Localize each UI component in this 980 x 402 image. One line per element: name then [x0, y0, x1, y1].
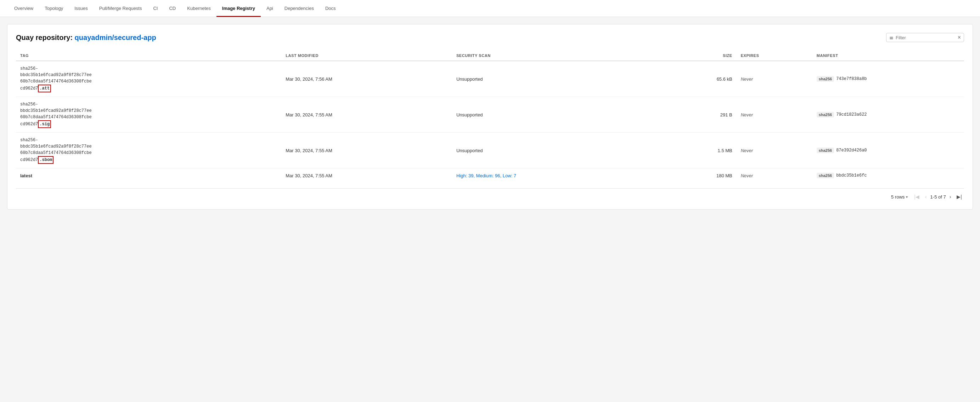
nav-item-api[interactable]: Api: [261, 0, 279, 17]
manifest-badge: sha256: [817, 112, 834, 117]
size-cell: 1.5 MB: [661, 133, 737, 168]
manifest-badge: sha256: [817, 147, 834, 153]
manifest-hash: bbdc35b1e6fc: [836, 173, 867, 178]
prev-page-button[interactable]: ‹: [923, 193, 929, 201]
top-navigation: OverviewTopologyIssuesPull/Merge Request…: [0, 0, 980, 17]
tag-text: latest: [20, 173, 277, 178]
filter-container: ≣ ×: [886, 33, 964, 42]
main-content: Quay repository: quayadmin/secured-app ≣…: [0, 17, 980, 217]
table-row: latestMar 30, 2024, 7:55 AMHigh: 39, Med…: [16, 168, 964, 183]
expires-cell: Never: [737, 133, 812, 168]
security-scan-cell[interactable]: High: 39, Medium: 96, Low: 7: [452, 168, 661, 183]
col-header-tag: TAG: [16, 51, 281, 61]
last-modified-cell: Mar 30, 2024, 7:56 AM: [281, 61, 452, 97]
filter-icon: ≣: [889, 35, 894, 40]
expires-cell: Never: [737, 61, 812, 97]
nav-item-topology[interactable]: Topology: [39, 0, 69, 17]
page-info: 1-5 of 7: [931, 194, 946, 199]
rows-label-text: 5 rows: [891, 194, 905, 199]
card-header: Quay repository: quayadmin/secured-app ≣…: [16, 33, 964, 42]
security-scan-cell: Unsupported: [452, 61, 661, 97]
nav-item-issues[interactable]: Issues: [69, 0, 94, 17]
last-modified-cell: Mar 30, 2024, 7:55 AM: [281, 133, 452, 168]
manifest-hash: 87e392d426a0: [836, 148, 867, 153]
table-row: sha256-bbdc35b1e6fcad92a9f8f28c77ee60b7c…: [16, 61, 964, 97]
security-scan-cell: Unsupported: [452, 97, 661, 133]
manifest-cell: sha25679cd1823a622: [812, 97, 964, 133]
size-cell: 180 MB: [661, 168, 737, 183]
nav-item-image-registry[interactable]: Image Registry: [216, 0, 261, 17]
nav-item-dependencies[interactable]: Dependencies: [279, 0, 320, 17]
main-card: Quay repository: quayadmin/secured-app ≣…: [7, 24, 973, 209]
col-header-manifest: MANIFEST: [812, 51, 964, 61]
size-cell: 291 B: [661, 97, 737, 133]
security-scan-link[interactable]: High: 39, Medium: 96, Low: 7: [457, 173, 516, 178]
nav-item-overview[interactable]: Overview: [8, 0, 39, 17]
table-footer: 5 rows ▾ |◀ ‹ 1-5 of 7 › ▶|: [16, 188, 964, 201]
next-page-button[interactable]: ›: [947, 193, 953, 201]
tag-suffix-badge: .sig: [38, 120, 51, 128]
col-header-security: SECURITY SCAN: [452, 51, 661, 61]
rows-per-page[interactable]: 5 rows ▾: [891, 194, 908, 199]
repo-title: Quay repository: quayadmin/secured-app: [16, 33, 156, 42]
nav-item-ci[interactable]: CI: [147, 0, 163, 17]
manifest-badge: sha256: [817, 76, 834, 82]
last-modified-cell: Mar 30, 2024, 7:55 AM: [281, 168, 452, 183]
tag-text: sha256-bbdc35b1e6fcad92a9f8f28c77ee60b7c…: [20, 65, 277, 92]
nav-item-docs[interactable]: Docs: [320, 0, 342, 17]
tag-cell: sha256-bbdc35b1e6fcad92a9f8f28c77ee60b7c…: [16, 133, 281, 168]
table-row: sha256-bbdc35b1e6fcad92a9f8f28c77ee60b7c…: [16, 97, 964, 133]
last-page-button[interactable]: ▶|: [955, 193, 964, 201]
image-registry-table: TAG LAST MODIFIED SECURITY SCAN SIZE EXP…: [16, 51, 964, 183]
nav-item-cd[interactable]: CD: [163, 0, 181, 17]
tag-suffix-badge: .sbom: [38, 156, 54, 164]
col-header-expires: EXPIRES: [737, 51, 812, 61]
tag-cell: latest: [16, 168, 281, 183]
nav-item-pull-merge[interactable]: Pull/Merge Requests: [94, 0, 148, 17]
manifest-cell: sha256bbdc35b1e6fc: [812, 168, 964, 183]
security-scan-cell: Unsupported: [452, 133, 661, 168]
repo-title-prefix: Quay repository:: [16, 33, 73, 41]
filter-input[interactable]: [896, 35, 956, 40]
manifest-hash: 79cd1823a622: [836, 112, 867, 117]
close-icon[interactable]: ×: [958, 35, 961, 40]
nav-item-kubernetes[interactable]: Kubernetes: [181, 0, 216, 17]
manifest-cell: sha25687e392d426a0: [812, 133, 964, 168]
tag-cell: sha256-bbdc35b1e6fcad92a9f8f28c77ee60b7c…: [16, 97, 281, 133]
table-header-row: TAG LAST MODIFIED SECURITY SCAN SIZE EXP…: [16, 51, 964, 61]
repo-link[interactable]: quayadmin/secured-app: [75, 33, 156, 41]
table-row: sha256-bbdc35b1e6fcad92a9f8f28c77ee60b7c…: [16, 133, 964, 168]
col-header-lastmod: LAST MODIFIED: [281, 51, 452, 61]
last-modified-cell: Mar 30, 2024, 7:55 AM: [281, 97, 452, 133]
first-page-button[interactable]: |◀: [912, 193, 921, 201]
tag-text: sha256-bbdc35b1e6fcad92a9f8f28c77ee60b7c…: [20, 101, 277, 128]
tag-cell: sha256-bbdc35b1e6fcad92a9f8f28c77ee60b7c…: [16, 61, 281, 97]
col-header-size: SIZE: [661, 51, 737, 61]
manifest-badge: sha256: [817, 173, 834, 178]
expires-cell: Never: [737, 168, 812, 183]
manifest-hash: 743e7f838a8b: [836, 76, 867, 81]
manifest-cell: sha256743e7f838a8b: [812, 61, 964, 97]
size-cell: 65.6 kB: [661, 61, 737, 97]
expires-cell: Never: [737, 97, 812, 133]
tag-suffix-badge: .att: [38, 85, 51, 92]
pagination-controls: |◀ ‹ 1-5 of 7 › ▶|: [912, 193, 964, 201]
chevron-down-icon: ▾: [906, 195, 908, 199]
tag-text: sha256-bbdc35b1e6fcad92a9f8f28c77ee60b7c…: [20, 137, 277, 164]
